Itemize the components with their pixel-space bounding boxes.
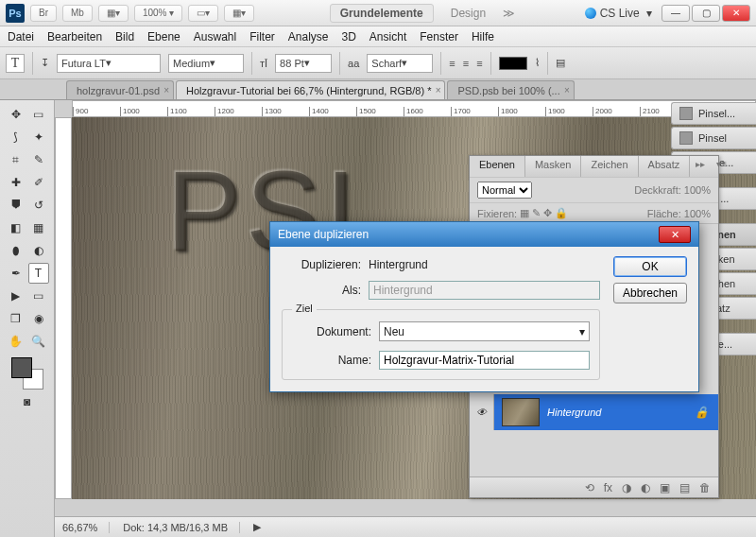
- character-panel-icon[interactable]: ▤: [556, 57, 565, 69]
- eyedropper-tool[interactable]: ✎: [28, 149, 49, 170]
- status-arrow-icon[interactable]: ▶: [253, 521, 261, 533]
- close-icon[interactable]: ×: [564, 85, 570, 95]
- panel-tab-pinselvor[interactable]: Pinsel...: [671, 102, 756, 125]
- hand-tool[interactable]: ✋: [6, 331, 26, 352]
- align-left-icon[interactable]: ≡: [449, 58, 455, 69]
- quickmask-tool[interactable]: ◙: [17, 391, 38, 412]
- cancel-button[interactable]: Abbrechen: [613, 283, 687, 303]
- maximize-button[interactable]: ▢: [692, 5, 720, 22]
- menu-auswahl[interactable]: Auswahl: [194, 30, 236, 43]
- close-button[interactable]: ✕: [722, 5, 750, 22]
- menu-ebene[interactable]: Ebene: [147, 30, 180, 43]
- ok-button[interactable]: OK: [613, 256, 687, 277]
- menu-fenster[interactable]: Fenster: [420, 30, 458, 43]
- align-center-icon[interactable]: ≡: [463, 58, 469, 69]
- arrange-docs-pill[interactable]: ▦▾: [224, 5, 254, 22]
- lock-all-icon[interactable]: 🔒: [552, 207, 568, 219]
- lasso-tool[interactable]: ⟆: [6, 127, 26, 147]
- layer-row[interactable]: 👁 Hintergrund 🔒: [470, 394, 718, 430]
- align-right-icon[interactable]: ≡: [476, 58, 482, 69]
- stamp-tool[interactable]: ⛊: [6, 195, 26, 216]
- layer-thumbnail[interactable]: [502, 398, 540, 426]
- panel-tab-zeichen[interactable]: Zeichen: [581, 156, 638, 177]
- dokument-select[interactable]: Neu ▾: [379, 321, 590, 341]
- dialog-close-button[interactable]: ✕: [659, 226, 691, 243]
- document-tab[interactable]: Holzgravur-Tutorial bei 66,7% (Hintergru…: [176, 80, 445, 99]
- document-tab[interactable]: holzgravur-01.psd×: [66, 80, 174, 99]
- lock-transparency-icon[interactable]: ▦: [517, 207, 529, 219]
- magic-wand-tool[interactable]: ✦: [28, 127, 49, 147]
- layer-fx-icon[interactable]: fx: [604, 481, 612, 494]
- history-brush-tool[interactable]: ↺: [28, 195, 49, 216]
- blend-mode-select[interactable]: Normal: [477, 182, 532, 199]
- name-input[interactable]: [379, 351, 590, 370]
- shape-tool[interactable]: ▭: [28, 286, 49, 306]
- type-tool[interactable]: T: [28, 263, 49, 284]
- minibridge-pill[interactable]: Mb: [62, 5, 93, 22]
- menu-filter[interactable]: Filter: [249, 30, 275, 43]
- gradient-tool[interactable]: ▦: [28, 217, 49, 238]
- fg-bg-color[interactable]: [11, 357, 43, 390]
- brush-tool[interactable]: ✐: [28, 172, 49, 193]
- menu-hilfe[interactable]: Hilfe: [472, 30, 494, 43]
- close-icon[interactable]: ×: [436, 85, 441, 95]
- minimize-button[interactable]: —: [662, 5, 690, 22]
- type-tool-preset[interactable]: T: [6, 54, 25, 73]
- zoom-pill[interactable]: 100% ▾: [134, 5, 182, 22]
- bridge-pill[interactable]: Br: [30, 5, 57, 22]
- menu-3d[interactable]: 3D: [342, 30, 356, 43]
- panel-collapse-icon[interactable]: ▸▸: [690, 156, 711, 177]
- workspace-design[interactable]: Design: [451, 7, 486, 20]
- delete-layer-icon[interactable]: 🗑: [699, 481, 711, 494]
- lock-position-icon[interactable]: ✥: [541, 207, 552, 219]
- blur-tool[interactable]: ⬮: [6, 240, 26, 261]
- path-select-tool[interactable]: ▶: [6, 286, 26, 306]
- font-size-select[interactable]: 88 Pt▾: [275, 54, 332, 73]
- text-orientation-icon[interactable]: ↧: [41, 57, 49, 69]
- fill-value[interactable]: 100%: [684, 208, 711, 219]
- new-layer-icon[interactable]: ▤: [679, 481, 690, 494]
- 3d-tool[interactable]: ❒: [6, 308, 26, 329]
- zoom-tool[interactable]: 🔍: [28, 331, 49, 352]
- menu-datei[interactable]: Datei: [8, 30, 34, 43]
- menu-bild[interactable]: Bild: [115, 30, 134, 43]
- font-weight-select[interactable]: Medium▾: [168, 54, 244, 73]
- opacity-value[interactable]: 100%: [684, 184, 711, 196]
- pen-tool[interactable]: ✒: [6, 263, 26, 284]
- 3d-camera-tool[interactable]: ◉: [28, 308, 49, 329]
- text-color-swatch[interactable]: [499, 57, 527, 70]
- menu-analyse[interactable]: Analyse: [288, 30, 329, 43]
- close-icon[interactable]: ×: [163, 85, 169, 95]
- lock-image-icon[interactable]: ✎: [529, 207, 541, 219]
- screen-mode-pill[interactable]: ▦▾: [98, 5, 129, 22]
- font-family-select[interactable]: Futura LT▾: [57, 54, 161, 73]
- adjustment-layer-icon[interactable]: ◐: [641, 481, 650, 494]
- warp-text-icon[interactable]: ⌇: [535, 57, 540, 69]
- link-layers-icon[interactable]: ⟲: [585, 481, 594, 494]
- move-tool[interactable]: ✥: [6, 104, 26, 125]
- panel-tab-pinsel[interactable]: Pinsel: [671, 127, 756, 149]
- dodge-tool[interactable]: ◐: [28, 240, 49, 261]
- panel-tab-masken[interactable]: Masken: [525, 156, 582, 177]
- marquee-tool[interactable]: ▭: [28, 104, 49, 125]
- layer-group-icon[interactable]: ▣: [660, 481, 670, 494]
- view-extras-pill[interactable]: ▭▾: [188, 5, 218, 22]
- antialias-select[interactable]: Scharf▾: [367, 54, 433, 73]
- document-tab[interactable]: PSD.psb bei 100% (...×: [447, 80, 574, 99]
- status-zoom[interactable]: 66,67%: [62, 522, 110, 533]
- status-doc-size[interactable]: Dok: 14,3 MB/16,3 MB: [123, 522, 240, 533]
- panel-tab-absatz[interactable]: Absatz: [639, 156, 691, 177]
- crop-tool[interactable]: ⌗: [6, 149, 26, 170]
- eraser-tool[interactable]: ◧: [6, 217, 26, 238]
- menu-ansicht[interactable]: Ansicht: [369, 30, 406, 43]
- workspace-more-icon[interactable]: ≫: [503, 7, 515, 20]
- layer-visibility-icon[interactable]: 👁: [470, 394, 494, 430]
- foreground-color[interactable]: [11, 357, 32, 378]
- panel-tab-ebenen[interactable]: Ebenen: [470, 156, 525, 177]
- cs-live-button[interactable]: CS Live ▾: [585, 7, 652, 20]
- menu-bearbeiten[interactable]: Bearbeiten: [47, 30, 102, 43]
- panel-menu-icon[interactable]: ▾≡: [711, 156, 732, 177]
- layer-name[interactable]: Hintergrund: [547, 407, 601, 418]
- workspace-grundelemente[interactable]: Grundelemente: [330, 4, 434, 23]
- healing-brush-tool[interactable]: ✚: [6, 172, 26, 193]
